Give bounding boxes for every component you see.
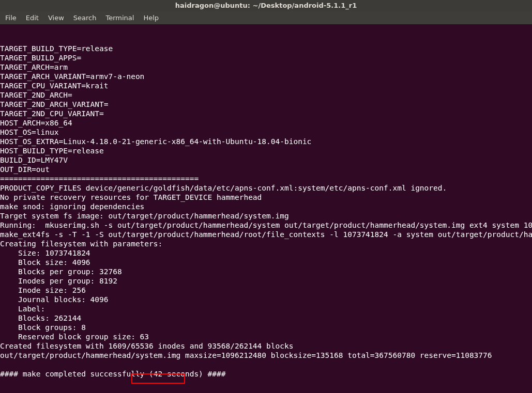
window-title: haidragon@ubuntu: ~/Desktop/android-5.1.… <box>175 2 357 9</box>
terminal-viewport[interactable]: TARGET_BUILD_TYPE=release TARGET_BUILD_A… <box>0 24 532 393</box>
menu-terminal[interactable]: Terminal <box>101 11 138 24</box>
window-title-bar: haidragon@ubuntu: ~/Desktop/android-5.1.… <box>0 0 532 11</box>
menu-edit[interactable]: Edit <box>22 11 43 24</box>
menu-help[interactable]: Help <box>139 11 163 24</box>
menu-view[interactable]: View <box>44 11 68 24</box>
terminal-output: TARGET_BUILD_TYPE=release TARGET_BUILD_A… <box>0 44 532 388</box>
menu-search[interactable]: Search <box>69 11 101 24</box>
menu-file[interactable]: File <box>1 11 21 24</box>
menu-bar: File Edit View Search Terminal Help <box>0 11 532 24</box>
